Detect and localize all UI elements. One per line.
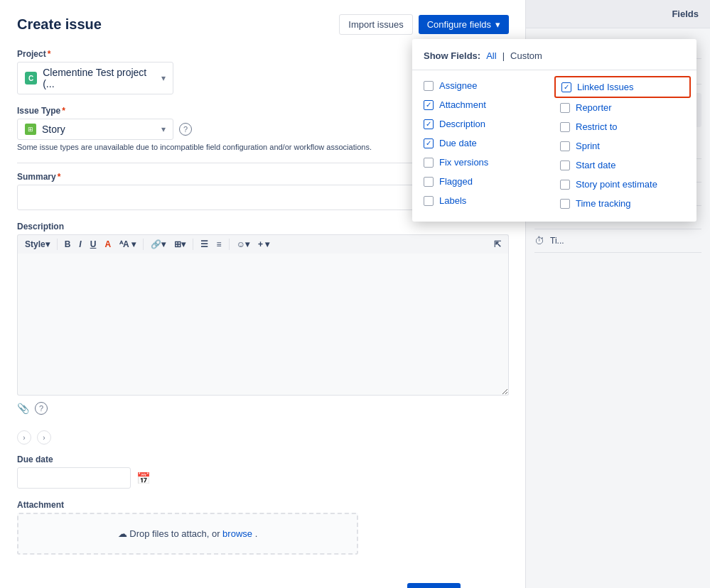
description-checkbox[interactable]: ✓ <box>424 119 434 129</box>
field-linked-issues[interactable]: ✓ Linked Issues <box>554 76 691 98</box>
toolbar-separator <box>143 239 144 250</box>
toolbar-separator <box>57 239 58 250</box>
fix-versions-checkbox[interactable] <box>424 158 434 168</box>
dialog-title: Create issue <box>17 16 102 33</box>
flagged-checkbox[interactable] <box>424 177 434 187</box>
font-color-button[interactable]: A <box>102 238 114 251</box>
field-restrict-to[interactable]: Restrict to <box>554 117 691 136</box>
chevron-down-icon: ▾ <box>45 239 50 249</box>
due-date-input[interactable] <box>17 467 131 489</box>
project-select[interactable]: C Clementine Test project (... ▾ <box>17 62 173 94</box>
cancel-button[interactable]: Cancel <box>466 583 509 588</box>
start-date-checkbox[interactable] <box>560 160 570 170</box>
field-attachment[interactable]: ✓ Attachment <box>418 95 554 114</box>
linked-issues-label: Linked Issues <box>577 82 634 92</box>
attachment-field: Attachment ☁ Drop files to attach, or br… <box>17 500 509 555</box>
field-reporter[interactable]: Reporter <box>554 98 691 117</box>
due-date-label: Due date <box>439 138 477 148</box>
required-star: * <box>58 172 61 182</box>
tab-all[interactable]: All <box>486 50 496 61</box>
field-labels[interactable]: Labels <box>418 191 554 210</box>
restrict-to-checkbox[interactable] <box>560 122 570 132</box>
attachment-label: Attachment <box>439 99 486 110</box>
right-panel-header: Fields <box>526 0 710 28</box>
dialog-overlay: Create issue Import issues Configure fie… <box>0 0 710 588</box>
assignee-checkbox[interactable] <box>424 81 434 91</box>
link-button[interactable]: 🔗▾ <box>148 238 168 251</box>
bullet-list-button[interactable]: ☰ <box>198 238 211 251</box>
more-button[interactable]: + ▾ <box>255 238 272 251</box>
description-toolbar: Style ▾ B I U A ᴬA ▾ 🔗▾ ⊞▾ ☰ ≡ ☺▾ + ▾ ⇱ <box>17 234 509 254</box>
due-date-field: Due date 📅 <box>17 454 509 489</box>
field-story-point[interactable]: Story point estimate <box>554 175 691 194</box>
chevron-down-icon: ▾ <box>161 73 166 83</box>
fields-grid: Assignee ✓ Attachment ✓ Description ✓ Du… <box>412 76 696 213</box>
due-date-checkbox[interactable]: ✓ <box>424 138 434 148</box>
attachment-label: Attachment <box>17 500 509 510</box>
issue-type-select[interactable]: ⊞ Story ▾ <box>17 119 173 140</box>
story-icon: ⊞ <box>25 124 36 135</box>
time-tracking-label: Time tracking <box>576 198 631 209</box>
sprint-checkbox[interactable] <box>560 141 570 151</box>
emoji-button[interactable]: ☺▾ <box>234 238 252 251</box>
drop-text: Drop files to attach, or <box>129 528 222 539</box>
toolbar-separator <box>229 239 230 250</box>
chevron-down-icon: ▾ <box>161 124 166 134</box>
expand-arrow-icon: › <box>17 430 31 445</box>
collapse-button[interactable]: ⇱ <box>491 238 504 251</box>
expand-row-1[interactable]: › <box>17 426 31 449</box>
help-icon[interactable]: ? <box>35 402 48 415</box>
assignee-label: Assignee <box>439 80 477 91</box>
issue-type-value: Story <box>42 124 65 135</box>
story-point-label: Story point estimate <box>576 179 657 190</box>
configure-fields-button[interactable]: Configure fields ▾ <box>419 15 509 34</box>
reporter-checkbox[interactable] <box>560 103 570 113</box>
field-time-tracking[interactable]: Time tracking <box>554 194 691 213</box>
time-row: ⏱ Ti... <box>534 229 701 253</box>
project-value: Clementine Test project (... <box>43 67 156 89</box>
flagged-label: Flagged <box>439 176 473 187</box>
start-date-label: Start date <box>576 160 615 170</box>
expand-arrow-icon: › <box>37 430 51 445</box>
reporter-label: Reporter <box>576 102 612 113</box>
underline-button[interactable]: U <box>87 238 99 251</box>
field-sprint[interactable]: Sprint <box>554 136 691 156</box>
time-tracking-checkbox[interactable] <box>560 199 570 209</box>
toolbar-separator <box>193 239 193 250</box>
expand-row-2[interactable]: › <box>37 426 51 449</box>
field-description[interactable]: ✓ Description <box>418 114 554 134</box>
required-star: * <box>62 106 65 116</box>
font-size-button[interactable]: ᴬA ▾ <box>117 238 139 251</box>
style-dropdown-button[interactable]: Style ▾ <box>22 238 53 251</box>
field-fix-versions[interactable]: Fix versions <box>418 153 554 172</box>
help-icon[interactable]: ? <box>179 123 192 136</box>
ordered-list-button[interactable]: ≡ <box>214 238 225 251</box>
field-start-date[interactable]: Start date <box>554 156 691 175</box>
create-button[interactable]: Create <box>407 583 461 588</box>
table-button[interactable]: ⊞▾ <box>171 238 188 251</box>
browse-link[interactable]: browse <box>222 528 252 539</box>
attachment-checkbox[interactable]: ✓ <box>424 100 434 110</box>
story-point-checkbox[interactable] <box>560 180 570 190</box>
period-text: . <box>255 528 258 539</box>
timer-icon: ⏱ <box>534 235 544 246</box>
linked-issues-checkbox[interactable]: ✓ <box>561 82 571 92</box>
description-textarea[interactable] <box>17 254 509 396</box>
dialog-header: Create issue Import issues Configure fie… <box>17 14 509 35</box>
calendar-icon[interactable]: 📅 <box>136 472 151 485</box>
tab-custom[interactable]: Custom <box>510 50 542 61</box>
labels-checkbox[interactable] <box>424 196 434 206</box>
required-star: * <box>48 49 51 59</box>
description-footer: 📎 ? <box>17 402 509 415</box>
field-flagged[interactable]: Flagged <box>418 172 554 191</box>
labels-label: Labels <box>439 195 466 206</box>
italic-button[interactable]: I <box>76 238 84 251</box>
description-label: Description <box>439 119 485 129</box>
bold-button[interactable]: B <box>62 238 74 251</box>
date-input-wrapper: 📅 <box>17 467 509 489</box>
field-due-date[interactable]: ✓ Due date <box>418 134 554 153</box>
import-issues-button[interactable]: Import issues <box>339 14 412 35</box>
field-assignee[interactable]: Assignee <box>418 76 554 95</box>
attachment-dropzone[interactable]: ☁ Drop files to attach, or browse . <box>17 513 358 555</box>
upload-icon: ☁ <box>118 528 127 539</box>
